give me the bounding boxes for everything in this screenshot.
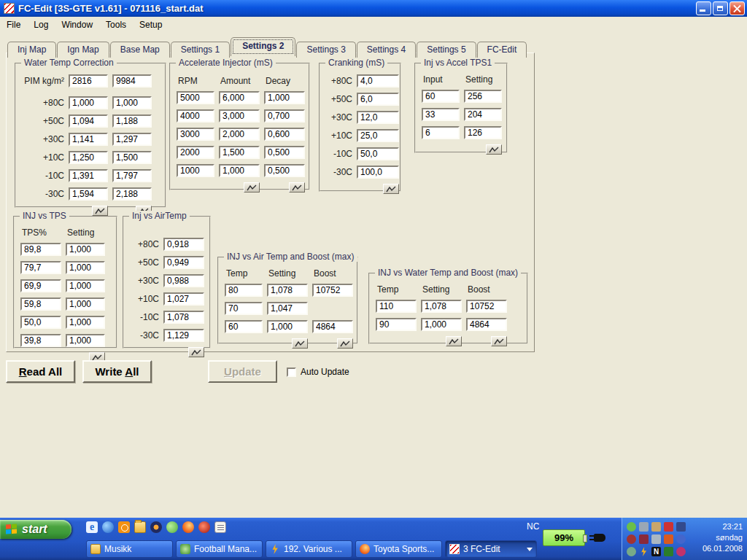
ai-rpm-r2[interactable] xyxy=(177,128,214,141)
taskbar-button-football-manager[interactable]: Football Mana... xyxy=(176,540,263,558)
start-button[interactable]: start xyxy=(0,520,71,539)
ai-decay-r3[interactable] xyxy=(264,146,305,159)
network-display-tray-icon[interactable] xyxy=(639,522,649,532)
cr-r3[interactable] xyxy=(357,129,399,142)
key-tray-icon[interactable] xyxy=(627,534,636,544)
internet-explorer-icon[interactable] xyxy=(86,521,98,533)
ai-decay-r1[interactable] xyxy=(264,109,305,122)
opera-icon[interactable] xyxy=(198,521,210,533)
tps-setting-r3[interactable] xyxy=(66,298,105,311)
tps1-input-r0[interactable] xyxy=(422,90,460,103)
windows-update-icon[interactable] xyxy=(102,521,114,533)
graph-button[interactable] xyxy=(292,338,308,349)
cr-r5[interactable] xyxy=(357,166,399,179)
wtb-boost-r0[interactable] xyxy=(466,300,507,313)
at-r2[interactable] xyxy=(163,274,204,287)
at-r0[interactable] xyxy=(163,238,204,251)
minimize-button[interactable] xyxy=(696,1,711,15)
graph-button[interactable] xyxy=(92,206,108,216)
tab-base-map[interactable]: Base Map xyxy=(110,42,170,58)
ai-decay-r0[interactable] xyxy=(264,91,305,104)
read-all-button[interactable]: Read All xyxy=(6,360,75,383)
wt-c1-r1[interactable] xyxy=(69,114,108,128)
security-tray-icon[interactable] xyxy=(676,522,686,532)
onenote-tray-icon[interactable]: N xyxy=(651,547,661,556)
battery-indicator[interactable]: 99% xyxy=(543,529,585,546)
at-r3[interactable] xyxy=(163,292,204,306)
atb-setting-r0[interactable] xyxy=(267,284,308,297)
clock[interactable]: 23:21 søndag 06.01.2008 xyxy=(703,518,747,560)
cr-r2[interactable] xyxy=(357,111,399,124)
wt-c1-r0[interactable] xyxy=(69,96,108,109)
pim-field-2[interactable] xyxy=(112,74,152,88)
tps-setting-r0[interactable] xyxy=(66,243,105,256)
taskbar-button-musikk[interactable]: Musikk xyxy=(86,540,173,558)
atb-boost-r2[interactable] xyxy=(312,320,353,333)
wt-c1-r4[interactable] xyxy=(69,169,108,182)
write-all-button[interactable]: Write All xyxy=(82,360,152,383)
tps-setting-r1[interactable] xyxy=(66,261,105,274)
tps1-setting-r1[interactable] xyxy=(464,108,502,121)
tab-settings-4[interactable]: Settings 4 xyxy=(357,42,416,58)
ai-amount-r1[interactable] xyxy=(219,109,260,122)
folder-icon[interactable] xyxy=(134,521,146,533)
sound-tray-icon[interactable] xyxy=(676,534,686,544)
at-r5[interactable] xyxy=(163,329,204,342)
tps1-input-r2[interactable] xyxy=(422,126,460,139)
task-scheduler-icon[interactable] xyxy=(118,521,130,533)
tps-pct-r4[interactable] xyxy=(20,316,61,329)
tps-pct-r3[interactable] xyxy=(20,298,61,311)
taskbar-button-fc-edit-group[interactable]: 3 FC-Edit xyxy=(445,540,537,558)
menu-log[interactable]: Log xyxy=(27,18,55,32)
tps-setting-r5[interactable] xyxy=(66,334,105,347)
wt-c2-r3[interactable] xyxy=(112,151,152,164)
wt-c1-r2[interactable] xyxy=(69,133,108,146)
update-button[interactable]: Update xyxy=(208,360,277,383)
codec-tray-icon[interactable] xyxy=(664,534,673,544)
wt-c1-r3[interactable] xyxy=(69,151,108,164)
wt-c1-r5[interactable] xyxy=(69,187,108,201)
wt-c2-r0[interactable] xyxy=(112,96,152,109)
users-tray-icon[interactable] xyxy=(676,547,686,556)
graph-button[interactable] xyxy=(383,184,399,194)
graph-button[interactable] xyxy=(244,182,260,192)
wtb-boost-r1[interactable] xyxy=(466,318,507,331)
graph-button[interactable] xyxy=(486,144,502,155)
firefox-icon[interactable] xyxy=(182,521,194,533)
graph-button[interactable] xyxy=(289,182,305,192)
tps-pct-r1[interactable] xyxy=(20,261,61,274)
menu-file[interactable]: File xyxy=(0,18,27,32)
restore-button[interactable] xyxy=(713,1,728,15)
at-r1[interactable] xyxy=(163,256,204,269)
atb-temp-r2[interactable] xyxy=(225,320,263,333)
atb-temp-r0[interactable] xyxy=(225,284,263,297)
menu-tools[interactable]: Tools xyxy=(99,18,133,32)
wtb-temp-r0[interactable] xyxy=(376,300,417,313)
tps-pct-r0[interactable] xyxy=(20,243,61,256)
close-button[interactable] xyxy=(729,1,745,15)
tab-settings-1[interactable]: Settings 1 xyxy=(171,42,230,58)
wtb-temp-r1[interactable] xyxy=(376,318,417,331)
wt-c2-r5[interactable] xyxy=(112,187,152,201)
at-r4[interactable] xyxy=(163,311,204,324)
notes-icon[interactable] xyxy=(214,521,226,533)
tps1-input-r1[interactable] xyxy=(422,108,460,121)
language-indicator[interactable]: NC xyxy=(527,521,539,532)
tab-settings-5[interactable]: Settings 5 xyxy=(417,42,476,58)
title-bar[interactable]: FC-Edit [3S-GTE v1.61] - 071116_start.da… xyxy=(0,0,747,17)
tab-ign-map[interactable]: Ign Map xyxy=(57,42,109,58)
tps-setting-r4[interactable] xyxy=(66,316,105,329)
wt-c2-r2[interactable] xyxy=(112,133,152,146)
antivirus-tray-icon[interactable] xyxy=(664,522,673,532)
wtb-setting-r0[interactable] xyxy=(421,300,462,313)
tps-pct-r5[interactable] xyxy=(20,334,61,347)
wt-c2-r1[interactable] xyxy=(112,114,152,128)
ai-decay-r4[interactable] xyxy=(264,164,305,177)
tps-pct-r2[interactable] xyxy=(20,279,61,292)
ai-amount-r2[interactable] xyxy=(219,128,260,141)
graph-button[interactable] xyxy=(337,338,353,349)
ai-decay-r2[interactable] xyxy=(264,128,305,141)
graph-button[interactable] xyxy=(491,336,507,346)
media-flag-tray-icon[interactable] xyxy=(664,547,673,556)
ai-amount-r3[interactable] xyxy=(219,146,260,159)
